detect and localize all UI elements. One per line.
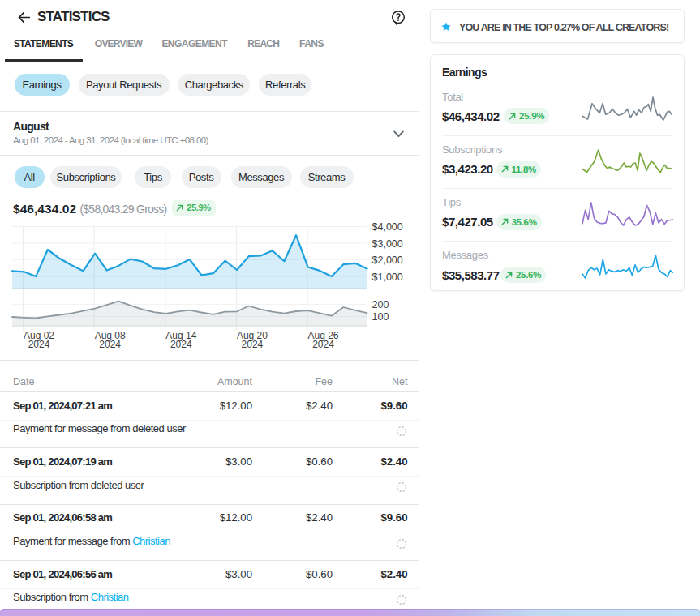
svg-text:2024: 2024 (312, 339, 334, 350)
svg-text:$4,000: $4,000 (372, 221, 403, 233)
svg-text:$1,000: $1,000 (372, 272, 403, 283)
svg-text:2024: 2024 (99, 339, 121, 350)
svg-text:$2,000: $2,000 (372, 255, 403, 266)
svg-text:2024: 2024 (170, 339, 192, 350)
svg-text:2024: 2024 (242, 339, 264, 350)
svg-text:2024: 2024 (28, 339, 50, 350)
svg-text:200: 200 (372, 299, 389, 310)
svg-text:$3,000: $3,000 (372, 238, 403, 250)
svg-text:100: 100 (372, 311, 389, 323)
